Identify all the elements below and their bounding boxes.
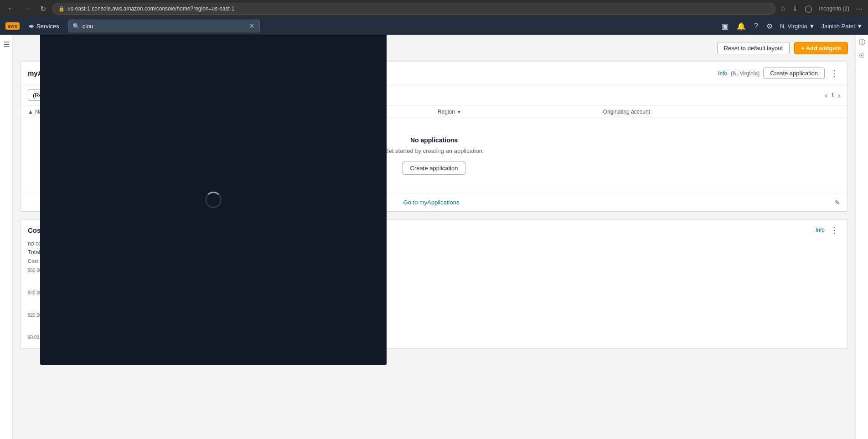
reload-button[interactable]: ↻	[37, 4, 49, 14]
search-bar[interactable]: 🔍 ✕	[68, 20, 260, 32]
go-to-myapplications-link[interactable]: Go to myApplications	[403, 199, 460, 206]
aws-logo: aws	[5, 22, 20, 30]
search-clear-button[interactable]: ✕	[248, 22, 256, 30]
nav-right: ▣ 🔔 ? ⚙ N. Virginia ▼ Jainish Patel ▼	[721, 21, 863, 31]
create-application-outline-button[interactable]: Create application	[403, 162, 466, 175]
y-axis-labels: $0.00 $20.00 $40.00 $60.00	[28, 268, 42, 341]
services-label: Services	[36, 23, 59, 30]
pagination: ‹ 1 ›	[825, 91, 840, 99]
help-icon-button[interactable]: ?	[753, 21, 759, 31]
aws-logo-text: aws	[5, 22, 20, 30]
cost-info-link[interactable]: Info	[816, 227, 825, 233]
address-bar[interactable]: 🔒 us-east-1.console.aws.amazon.com/conso…	[52, 3, 775, 15]
create-application-button[interactable]: Create application	[763, 68, 825, 79]
hamburger-icon: ☰	[3, 41, 10, 48]
region-label: N. Virginia	[780, 23, 807, 30]
next-page-button[interactable]: ›	[838, 91, 840, 99]
info-link[interactable]: Info	[718, 70, 727, 77]
region-chevron: ▼	[809, 23, 815, 30]
profile-button[interactable]: ◯	[804, 4, 813, 14]
grid-icon: ⇼	[29, 22, 34, 30]
extensions-button[interactable]: ⋯	[855, 4, 863, 14]
aws-topnav: aws ⇼ Services 🔍 ✕ ▣ 🔔 ? ⚙ N. Virginia ▼…	[0, 17, 868, 35]
right-location-button[interactable]: ☉	[859, 52, 865, 59]
prev-page-button[interactable]: ‹	[825, 91, 827, 99]
cost-widget-menu-button[interactable]: ⋮	[828, 225, 840, 235]
cloud9-icon-button[interactable]: ▣	[721, 21, 729, 31]
browser-actions: ☆ ⇓ ◯ Incognito (2) ⋯	[779, 4, 863, 14]
lock-icon: 🔒	[58, 6, 65, 12]
back-button[interactable]: ←	[5, 4, 17, 14]
page-number: 1	[831, 92, 834, 99]
region-selector[interactable]: N. Virginia ▼	[780, 23, 815, 30]
sort-up-icon: ▲	[28, 109, 33, 115]
widget-menu-button[interactable]: ⋮	[828, 68, 840, 78]
loading-spinner	[205, 192, 222, 208]
left-sidebar: ☰	[0, 35, 13, 439]
col-account-header: Originating account	[603, 109, 840, 115]
right-sidebar: ⓘ ☉	[855, 35, 868, 439]
services-button[interactable]: ⇼ Services	[25, 21, 63, 31]
col-region-header: Region ▼	[438, 109, 596, 115]
forward-button[interactable]: →	[21, 4, 34, 14]
add-widgets-button[interactable]: + Add widgets	[794, 42, 848, 54]
widget-subtitle: (N. Virginia)	[731, 70, 760, 77]
edit-footer-button[interactable]: ✎	[835, 199, 840, 206]
region-sort-icon: ▼	[457, 110, 461, 115]
right-info-button[interactable]: ⓘ	[859, 38, 865, 47]
browser-chrome: ← → ↻ 🔒 us-east-1.console.aws.amazon.com…	[0, 0, 868, 17]
user-menu[interactable]: Jainish Patel ▼	[821, 23, 863, 30]
search-icon: 🔍	[72, 23, 80, 30]
url-text: us-east-1.console.aws.amazon.com/console…	[67, 5, 235, 12]
incognito-button[interactable]: Incognito (2)	[818, 5, 850, 13]
bell-icon-button[interactable]: 🔔	[736, 21, 747, 31]
download-button[interactable]: ⇓	[791, 4, 799, 14]
settings-icon-button[interactable]: ⚙	[765, 21, 774, 31]
reset-layout-button[interactable]: Reset to default layout	[717, 42, 790, 54]
bookmark-button[interactable]: ☆	[779, 4, 787, 14]
search-input[interactable]	[83, 23, 245, 30]
search-dropdown	[40, 35, 387, 365]
sidebar-toggle-button[interactable]: ☰	[1, 38, 11, 51]
user-chevron: ▼	[857, 23, 863, 30]
user-label: Jainish Patel	[821, 23, 855, 30]
